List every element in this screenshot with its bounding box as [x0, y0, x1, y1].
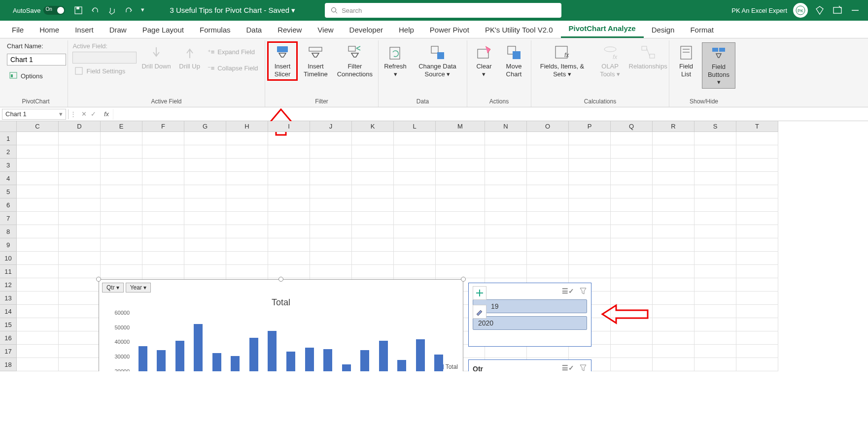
- cell[interactable]: [736, 278, 778, 292]
- cell[interactable]: [485, 185, 527, 198]
- diamond-icon[interactable]: [814, 4, 826, 16]
- cell[interactable]: [59, 358, 101, 371]
- cell[interactable]: [226, 198, 268, 212]
- cell[interactable]: [226, 252, 268, 265]
- refresh-button[interactable]: Refresh▾: [382, 42, 409, 80]
- cell[interactable]: [268, 159, 310, 172]
- cell[interactable]: [226, 145, 268, 159]
- column-header[interactable]: M: [436, 121, 485, 132]
- cell[interactable]: [527, 132, 569, 145]
- cell[interactable]: [736, 331, 778, 345]
- chart-bar[interactable]: [305, 348, 314, 371]
- cell[interactable]: [569, 345, 611, 358]
- cell[interactable]: [17, 145, 59, 159]
- cell[interactable]: [17, 185, 59, 198]
- chart-bar[interactable]: [231, 356, 240, 371]
- cell[interactable]: [436, 265, 485, 278]
- row-header[interactable]: 17: [0, 345, 17, 358]
- cell[interactable]: [310, 159, 352, 172]
- cell[interactable]: [310, 225, 352, 238]
- cell[interactable]: [569, 145, 611, 159]
- row-header[interactable]: 7: [0, 212, 17, 225]
- cell[interactable]: [268, 185, 310, 198]
- chart-bar[interactable]: [157, 350, 166, 371]
- cell[interactable]: [527, 172, 569, 185]
- row-header[interactable]: 10: [0, 252, 17, 265]
- row-header[interactable]: 9: [0, 238, 17, 252]
- chart-bar[interactable]: [212, 353, 221, 371]
- cell[interactable]: [268, 265, 310, 278]
- cell[interactable]: [268, 212, 310, 225]
- autosave-toggle[interactable]: AutoSave On: [13, 6, 65, 15]
- fields-items-sets-button[interactable]: fx Fields, Items, & Sets ▾: [534, 42, 590, 80]
- worksheet[interactable]: CDEFGHIJKLMNOPQRST 123456789101112131415…: [0, 121, 868, 371]
- chart-title[interactable]: Total: [99, 297, 463, 308]
- cell[interactable]: [436, 212, 485, 225]
- cell[interactable]: [694, 132, 736, 145]
- name-box[interactable]: Chart 1▾: [2, 109, 66, 120]
- cell[interactable]: [527, 225, 569, 238]
- cell[interactable]: [653, 225, 694, 238]
- cell[interactable]: [736, 159, 778, 172]
- cell[interactable]: [736, 185, 778, 198]
- chart-plot-area[interactable]: 6000050000400003000020000100000 Annabell…: [134, 310, 448, 371]
- cell[interactable]: [268, 252, 310, 265]
- cell[interactable]: [611, 172, 653, 185]
- tab-insert[interactable]: Insert: [67, 22, 102, 38]
- cell[interactable]: [394, 225, 436, 238]
- cell[interactable]: [736, 292, 778, 305]
- cell[interactable]: [17, 132, 59, 145]
- cell[interactable]: [653, 278, 694, 292]
- cell[interactable]: [101, 198, 142, 212]
- cell[interactable]: [268, 132, 310, 145]
- cell[interactable]: [485, 198, 527, 212]
- cell[interactable]: [268, 225, 310, 238]
- row-header[interactable]: 18: [0, 358, 17, 371]
- cell[interactable]: [611, 132, 653, 145]
- cell[interactable]: [17, 172, 59, 185]
- cell[interactable]: [184, 198, 226, 212]
- cell[interactable]: [226, 265, 268, 278]
- cell[interactable]: [611, 159, 653, 172]
- cell[interactable]: [226, 159, 268, 172]
- row-header[interactable]: 12: [0, 278, 17, 292]
- cell[interactable]: [352, 212, 394, 225]
- row-header[interactable]: 15: [0, 318, 17, 331]
- cell[interactable]: [226, 212, 268, 225]
- cancel-icon[interactable]: ✕: [81, 110, 87, 118]
- cell[interactable]: [611, 145, 653, 159]
- touch-mode-icon[interactable]: [107, 6, 116, 15]
- clear-filter-icon[interactable]: [579, 364, 587, 371]
- cell[interactable]: [653, 132, 694, 145]
- cell[interactable]: [611, 185, 653, 198]
- chart-name-input[interactable]: [7, 54, 66, 65]
- tab-view[interactable]: View: [310, 22, 341, 38]
- tab-help[interactable]: Help: [391, 22, 422, 38]
- cell[interactable]: [142, 185, 184, 198]
- cell[interactable]: [611, 225, 653, 238]
- cell[interactable]: [59, 159, 101, 172]
- cell[interactable]: [485, 225, 527, 238]
- cell[interactable]: [394, 212, 436, 225]
- cell[interactable]: [527, 252, 569, 265]
- cell[interactable]: [694, 331, 736, 345]
- cell[interactable]: [184, 132, 226, 145]
- cell[interactable]: [653, 145, 694, 159]
- cell[interactable]: [569, 185, 611, 198]
- cell[interactable]: [394, 145, 436, 159]
- cell[interactable]: [569, 265, 611, 278]
- cell[interactable]: [611, 358, 653, 371]
- chart-legend[interactable]: Total: [439, 363, 458, 370]
- cell[interactable]: [17, 331, 59, 345]
- cell[interactable]: [436, 185, 485, 198]
- cell[interactable]: [59, 225, 101, 238]
- cell[interactable]: [436, 225, 485, 238]
- cell[interactable]: [59, 345, 101, 358]
- cell[interactable]: [101, 265, 142, 278]
- cell[interactable]: [736, 318, 778, 331]
- tab-home[interactable]: Home: [32, 22, 67, 38]
- avatar[interactable]: PK: [793, 3, 808, 18]
- cell[interactable]: [101, 132, 142, 145]
- cell[interactable]: [394, 159, 436, 172]
- cell[interactable]: [17, 159, 59, 172]
